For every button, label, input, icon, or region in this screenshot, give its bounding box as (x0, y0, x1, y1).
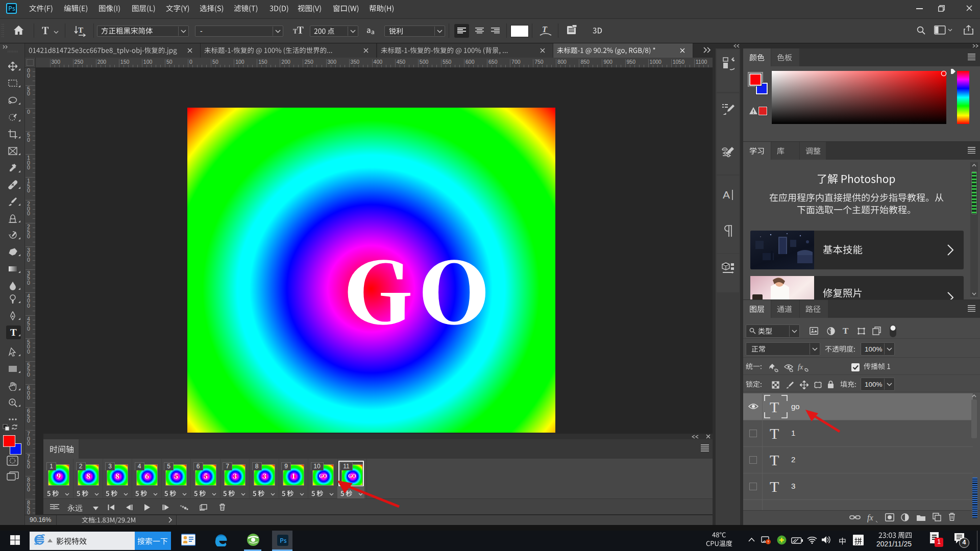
svg-text:T: T (770, 425, 779, 441)
svg-text:T: T (10, 328, 17, 337)
svg-text:fx: fx (867, 513, 873, 522)
svg-text:T: T (843, 327, 849, 335)
svg-text:T: T (542, 25, 548, 34)
svg-text:T: T (78, 26, 83, 34)
svg-text:T: T (770, 452, 779, 468)
svg-text:A: A (723, 189, 730, 201)
svg-text:T: T (770, 478, 779, 494)
svg-text:fx: fx (798, 363, 803, 371)
